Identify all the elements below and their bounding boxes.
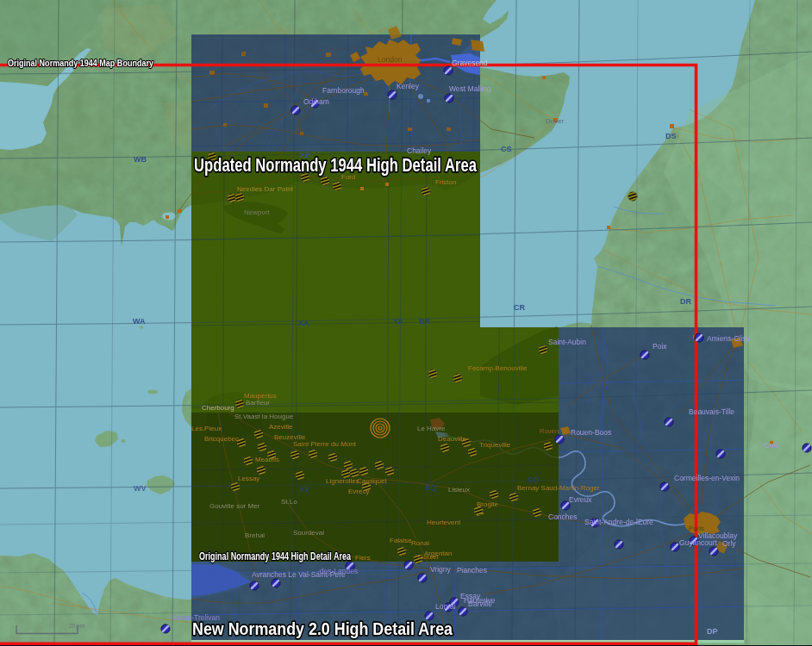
svg-text:Triqueville: Triqueville	[479, 441, 511, 449]
svg-text:CS: CS	[501, 145, 512, 153]
svg-text:DR: DR	[680, 297, 691, 306]
svg-text:Farnborough: Farnborough	[322, 86, 365, 95]
svg-text:Azeville: Azeville	[269, 423, 293, 431]
svg-text:Pianches: Pianches	[457, 566, 487, 575]
svg-text:Rouen-Boos: Rouen-Boos	[571, 428, 611, 437]
svg-text:Newport: Newport	[244, 208, 271, 216]
svg-text:Evrecy: Evrecy	[348, 488, 369, 495]
svg-text:Original Normandy 1944 Map Bou: Original Normandy 1944 Map Boundary	[8, 58, 153, 68]
svg-text:West Malling: West Malling	[449, 84, 491, 93]
svg-text:Poix: Poix	[653, 342, 667, 351]
svg-text:Barfleur: Barfleur	[246, 399, 270, 407]
svg-text:Brehal: Brehal	[245, 531, 265, 539]
svg-text:Rouen: Rouen	[540, 427, 559, 435]
svg-text:Cormeilles-en-Vexin: Cormeilles-en-Vexin	[674, 474, 740, 482]
svg-text:Updated Normandy 1944 High Det: Updated Normandy 1944 High Detail Area	[194, 154, 478, 176]
svg-text:London: London	[378, 55, 403, 64]
svg-text:Saint-Andre-de-lEure: Saint-Andre-de-lEure	[584, 518, 653, 526]
svg-text:Fecamp-Benouville: Fecamp-Benouville	[468, 364, 528, 372]
svg-text:Meautis: Meautis	[255, 456, 279, 463]
svg-text:Gouville sur Mer: Gouville sur Mer	[209, 502, 260, 510]
svg-text:Paris: Paris	[689, 525, 704, 532]
svg-text:Kenley: Kenley	[397, 82, 420, 90]
svg-text:Dover: Dover	[546, 117, 565, 125]
svg-text:Bernay Saud-Martin-Roger: Bernay Saud-Martin-Roger	[517, 484, 600, 492]
svg-text:WA: WA	[133, 317, 146, 326]
svg-text:DP: DP	[707, 627, 718, 636]
svg-text:Lessay: Lessay	[238, 475, 259, 482]
svg-text:Needles Dar Point: Needles Dar Point	[237, 185, 294, 193]
svg-text:WV: WV	[134, 484, 147, 493]
svg-text:Amiens-Glisy: Amiens-Glisy	[707, 334, 751, 343]
svg-text:Creil: Creil	[764, 441, 779, 450]
svg-text:YA: YA	[393, 317, 403, 326]
svg-text:Odiham: Odiham	[303, 97, 329, 106]
svg-text:Lignerolles: Lignerolles	[326, 477, 359, 485]
svg-text:Barville: Barville	[468, 599, 492, 608]
svg-text:Deauville: Deauville	[438, 435, 466, 443]
svg-text:Evreux: Evreux	[569, 495, 592, 504]
svg-text:Les.Pieux: Les.Pieux	[191, 425, 222, 432]
svg-text:CR: CR	[514, 303, 525, 312]
svg-text:WB: WB	[134, 155, 147, 164]
svg-text:Beauvais-Tille: Beauvais-Tille	[689, 407, 734, 416]
svg-text:CO: CO	[528, 475, 540, 484]
svg-text:Friston: Friston	[435, 178, 456, 186]
svg-text:Falaise: Falaise	[390, 537, 412, 544]
svg-text:St.Lo: St.Lo	[281, 498, 297, 506]
svg-text:Saint Pierre du Mont: Saint Pierre du Mont	[293, 440, 357, 448]
svg-text:Orly: Orly	[722, 539, 736, 548]
svg-text:XV: XV	[299, 485, 309, 494]
svg-text:DS: DS	[665, 132, 677, 140]
svg-text:Original Normandy 1944 High De: Original Normandy 1944 High Detail Area	[199, 550, 351, 562]
svg-text:Broglie: Broglie	[477, 500, 498, 508]
svg-text:Goulet: Goulet	[418, 553, 439, 561]
svg-text:-des-Landes: -des-Landes	[317, 567, 358, 575]
svg-text:Conches: Conches	[548, 512, 578, 521]
svg-text:Sourdeval: Sourdeval	[293, 529, 324, 537]
svg-text:Carpiquet: Carpiquet	[357, 477, 387, 485]
svg-text:BR: BR	[419, 317, 430, 326]
svg-text:Flers: Flers	[355, 554, 371, 562]
svg-text:Ronai: Ronai	[411, 539, 429, 547]
svg-text:Lonrai: Lonrai	[435, 602, 456, 611]
svg-text:New Normandy 2.0 High Detail A: New Normandy 2.0 High Detail Area	[192, 618, 453, 638]
svg-text:XA: XA	[298, 319, 309, 327]
svg-text:Gravesend: Gravesend	[452, 59, 488, 67]
svg-text:Bricquebec: Bricquebec	[204, 435, 239, 443]
svg-text:Le Havre: Le Havre	[417, 425, 446, 432]
svg-text:Cherbourg: Cherbourg	[202, 404, 234, 412]
svg-text:BQ: BQ	[425, 483, 437, 492]
svg-text:Lisieux: Lisieux	[448, 486, 470, 494]
svg-text:20 nm: 20 nm	[69, 623, 84, 629]
svg-text:St.Vaast la Hougue: St.Vaast la Hougue	[234, 413, 294, 420]
svg-text:Heurtevent: Heurtevent	[427, 519, 461, 526]
svg-text:Saint-Aubin: Saint-Aubin	[548, 338, 586, 346]
svg-text:Vrigny: Vrigny	[430, 565, 452, 574]
